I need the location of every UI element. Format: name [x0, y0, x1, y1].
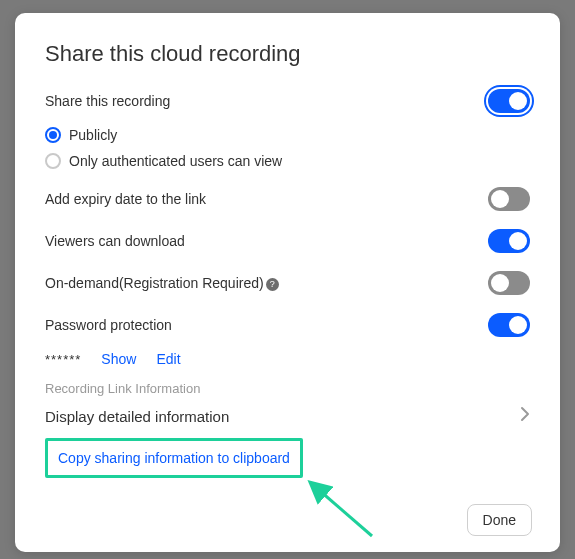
done-button[interactable]: Done [467, 504, 532, 536]
dialog-title: Share this cloud recording [45, 41, 530, 67]
radio-icon [45, 127, 61, 143]
radio-icon [45, 153, 61, 169]
share-recording-label: Share this recording [45, 93, 170, 109]
chevron-right-icon [520, 406, 530, 426]
expiry-toggle[interactable] [488, 187, 530, 211]
radio-public-label: Publicly [69, 127, 117, 143]
download-toggle[interactable] [488, 229, 530, 253]
ondemand-label-text: On-demand(Registration Required) [45, 275, 264, 291]
share-recording-row: Share this recording [45, 89, 530, 113]
help-icon[interactable]: ? [266, 278, 279, 291]
expiry-row: Add expiry date to the link [45, 187, 530, 211]
password-show-link[interactable]: Show [101, 351, 136, 367]
display-detailed-label: Display detailed information [45, 408, 229, 425]
link-info-header: Recording Link Information [45, 381, 530, 396]
password-edit-link[interactable]: Edit [156, 351, 180, 367]
radio-authenticated-label: Only authenticated users can view [69, 153, 282, 169]
annotation-arrow-icon [302, 474, 382, 544]
share-dialog: Share this cloud recording Share this re… [15, 13, 560, 552]
copy-link-highlight: Copy sharing information to clipboard [45, 438, 303, 478]
copy-sharing-link[interactable]: Copy sharing information to clipboard [58, 450, 290, 466]
svg-line-0 [312, 484, 372, 536]
download-label: Viewers can download [45, 233, 185, 249]
password-toggle[interactable] [488, 313, 530, 337]
ondemand-row: On-demand(Registration Required)? [45, 271, 530, 295]
dialog-footer: Done [467, 504, 532, 536]
display-detailed-row[interactable]: Display detailed information [45, 406, 530, 426]
password-controls: ****** Show Edit [45, 351, 530, 367]
password-row: Password protection [45, 313, 530, 337]
radio-public[interactable]: Publicly [45, 127, 530, 143]
visibility-radio-group: Publicly Only authenticated users can vi… [45, 127, 530, 169]
ondemand-toggle[interactable] [488, 271, 530, 295]
password-mask: ****** [45, 352, 81, 367]
ondemand-label: On-demand(Registration Required)? [45, 275, 279, 291]
download-row: Viewers can download [45, 229, 530, 253]
expiry-label: Add expiry date to the link [45, 191, 206, 207]
password-label: Password protection [45, 317, 172, 333]
radio-authenticated[interactable]: Only authenticated users can view [45, 153, 530, 169]
share-recording-toggle[interactable] [488, 89, 530, 113]
